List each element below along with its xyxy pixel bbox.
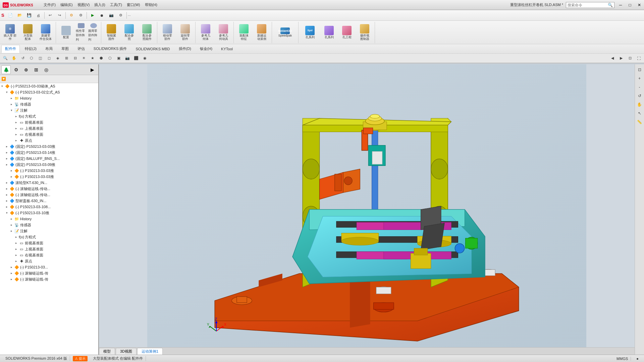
tree-expand-icon[interactable]: ▸ (14, 259, 18, 263)
linear-array-button[interactable]: 线性零部件阵列 (75, 22, 87, 43)
tree-node[interactable]: ▸f(x)方程式 (0, 113, 98, 119)
tree-node[interactable]: ▸▭前视基准面 (0, 240, 98, 246)
explode-button[interactable]: 爆炸视图制器 (356, 22, 373, 43)
menu-help[interactable]: 帮助(H) (143, 2, 159, 8)
smart-fastener-button[interactable]: 智能紧固件 (103, 22, 120, 43)
tree-node[interactable]: ▸▭上视基准面 (0, 125, 98, 131)
tree-expand-icon[interactable]: ▸ (5, 205, 9, 208)
tab-evaluate[interactable]: 评估 (74, 45, 89, 53)
tab-parts[interactable]: 配件件 (1, 45, 20, 53)
tree-expand-icon[interactable]: ▸ (9, 223, 13, 227)
tree-node[interactable]: ▸📁History (0, 216, 98, 222)
tab-features[interactable]: 特征(J) (21, 45, 40, 53)
tree-expand-icon[interactable]: ▸ (5, 199, 9, 202)
tree-node[interactable]: ▸🔶(-) 滚轴链运线-传 (0, 276, 98, 282)
new-button[interactable]: 📄 (6, 11, 15, 20)
tree-expand-icon[interactable]: ▾ (0, 84, 4, 88)
camera-button[interactable]: 📷 (107, 11, 116, 20)
tree-expand-icon[interactable]: ▸ (14, 139, 18, 142)
minimize-button[interactable]: ─ (616, 0, 625, 10)
tree-expand-icon[interactable]: ▸ (9, 265, 13, 269)
display-manager-tab[interactable]: ◎ (42, 65, 51, 74)
rt-zoom-out[interactable]: - (636, 83, 644, 91)
pan-btn[interactable]: ✋ (10, 55, 18, 62)
tree-expand-icon[interactable]: ▸ (9, 97, 13, 100)
rt-fit-all[interactable]: ⊡ (636, 66, 644, 74)
rt-pan[interactable]: ✋ (636, 101, 644, 109)
view-orient-btn[interactable]: ▣ (115, 55, 123, 62)
camera-view-btn[interactable]: 📷 (123, 55, 131, 62)
instant3d-button[interactable]: Instant3D Speedpak (273, 22, 297, 43)
tree-expand-icon[interactable]: ▸ (14, 235, 18, 239)
mate-ref-button[interactable]: 配合参照 (120, 22, 138, 43)
tree-node[interactable]: ▸🔷滚轮型KT-630_IN... (0, 180, 98, 186)
focus-btn[interactable]: ◉ (141, 55, 149, 62)
tree-node[interactable]: ▸🔶(-) P150213-03... (0, 264, 98, 270)
menu-insert[interactable]: 插入(I) (92, 2, 107, 8)
tree-node[interactable]: ▸▭右视基准面 (0, 252, 98, 258)
tree-node[interactable]: ▸🔷(固定) P150213-03-09推 (0, 162, 98, 168)
search-box[interactable]: 🔍 (566, 2, 614, 8)
property-manager-tab[interactable]: ⚙ (11, 65, 21, 74)
tree-node[interactable]: ▸🔷(固定) P150213-03-14推 (0, 149, 98, 156)
redo-button[interactable]: ↪ (55, 11, 64, 20)
circle-array-button[interactable]: 圆周零部件阵列 (88, 22, 100, 43)
model-tab[interactable]: 模型 (99, 348, 115, 355)
rotate-button[interactable]: 旋转零部件 (176, 22, 194, 43)
3d-viewport[interactable]: X Y Z (99, 64, 635, 355)
config-button[interactable]: 配置 (57, 22, 75, 43)
tree-node[interactable]: ▾📝注解 (0, 107, 98, 113)
hidden-btn[interactable]: ⊟ (71, 55, 79, 62)
undo-button[interactable]: ↩ (46, 11, 55, 20)
tree-node[interactable]: ▸📡传感器 (0, 222, 98, 228)
tree-node[interactable]: ▾🔶(-) P150213-03-03箱体_AS (0, 83, 98, 89)
tree-node[interactable]: ▸▭前视基准面 (0, 119, 98, 125)
open-button[interactable]: 📂 (15, 11, 24, 20)
motion-button[interactable]: 新建运动算例 (253, 22, 270, 43)
tree-expand-icon[interactable]: ▸ (14, 241, 18, 245)
tree-expand-icon[interactable]: ▸ (9, 272, 13, 275)
hole-series-button[interactable]: 孔系列 (320, 22, 338, 43)
tree-node[interactable]: ▸🔷型材盖板-630_IN... (0, 198, 98, 204)
settings-button[interactable]: ⚙ (116, 11, 125, 20)
rt-rotate[interactable]: ↺ (636, 92, 644, 100)
insert-part-button[interactable]: ⊕ 插入零 部件 (1, 22, 19, 43)
tab-kytool[interactable]: KYTool (217, 45, 236, 53)
wireframe-btn[interactable]: ⊞ (62, 55, 70, 62)
tree-expand-icon[interactable]: ▸ (14, 247, 18, 251)
tree-node[interactable]: ▸✚原点 (0, 137, 98, 143)
ref-geom2-button[interactable]: 参考几何动具 (215, 22, 232, 43)
tab-addins[interactable]: 插件(D) (175, 45, 195, 53)
next-view-btn[interactable]: ▶ (617, 55, 625, 62)
tree-expand-icon[interactable]: ▸ (14, 253, 18, 257)
options-button[interactable]: ⚙ (76, 11, 86, 20)
tab-sketch[interactable]: 草图 (58, 45, 72, 53)
tree-expand-icon[interactable]: ▸ (5, 187, 9, 190)
dim-xpert-tab[interactable]: ⊞ (32, 65, 41, 74)
menu-window[interactable]: 窗口(W) (125, 2, 142, 8)
tree-expand-icon[interactable]: ▸ (14, 115, 18, 118)
speedpak-button[interactable]: Spd 孔系列 (300, 22, 320, 43)
save-button[interactable]: 💾 (24, 11, 34, 20)
tree-expand-icon[interactable]: ▸ (5, 151, 9, 154)
zoom-btn[interactable]: 🔍 (1, 55, 9, 62)
tree-node[interactable]: ▸🔶(-) P150213-03-03推 (0, 168, 98, 174)
restore-button[interactable]: □ (625, 0, 635, 10)
tree-expand-icon[interactable]: ▸ (9, 229, 13, 233)
tree-expand-icon[interactable]: ▸ (9, 278, 13, 281)
ref-geom-button[interactable]: 参考几何体 (197, 22, 214, 43)
move-button[interactable]: 移动零部件 (159, 22, 176, 43)
menu-file[interactable]: 文件(F) (42, 2, 58, 8)
mate-ref2-button[interactable]: 配合参照能件 (138, 22, 156, 43)
display-btn[interactable]: ◻ (45, 55, 53, 62)
tree-node[interactable]: ▸✚原点 (0, 258, 98, 264)
view3d-btn[interactable]: ⬡ (28, 55, 36, 62)
expand-panel-btn[interactable]: ▶ (88, 65, 97, 74)
rt-measure[interactable]: 📏 (636, 118, 644, 126)
shaded-btn[interactable]: ◈ (54, 55, 62, 62)
tree-node[interactable]: ▸🔶(-) 滚轴链运线-传动... (0, 186, 98, 192)
tree-expand-icon[interactable]: ▾ (9, 109, 13, 112)
tree-expand-icon[interactable]: ▸ (9, 217, 13, 221)
depth-btn[interactable]: ⬛ (132, 55, 140, 62)
tree-node[interactable]: ▸🔷(固定) BALLUFF_BNS_S... (0, 156, 98, 162)
